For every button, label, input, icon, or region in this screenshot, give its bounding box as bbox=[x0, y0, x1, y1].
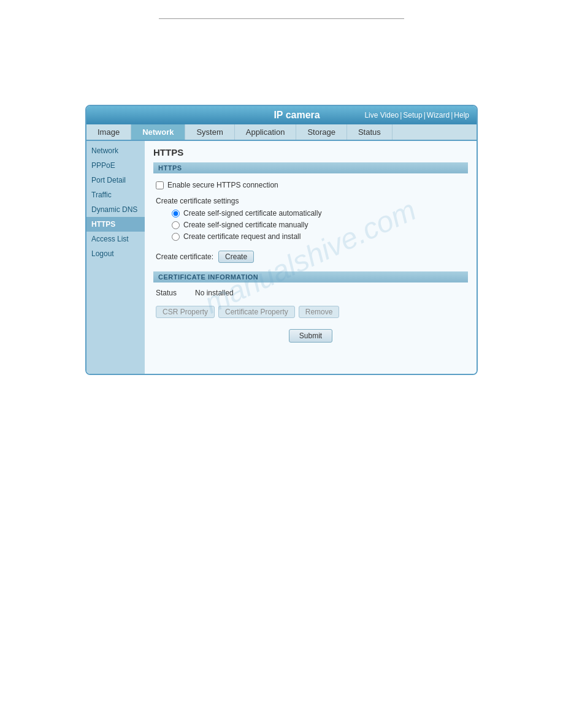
main-content: HTTPS HTTPS Enable secure HTTPS connecti… bbox=[145, 141, 477, 374]
nav-help[interactable]: Help bbox=[454, 111, 469, 119]
radio-row-manual: Create self-signed certificate manually bbox=[172, 221, 468, 229]
enable-https-row: Enable secure HTTPS connection bbox=[153, 177, 468, 193]
create-cert-label: Create certificate: bbox=[156, 252, 213, 261]
radio-label-request: Create certificate request and install bbox=[183, 232, 301, 241]
radio-label-manual: Create self-signed certificate manually bbox=[183, 221, 308, 229]
sidebar-item-port-detail[interactable]: Port Detail bbox=[86, 173, 145, 188]
sidebar-item-network[interactable]: Network bbox=[86, 143, 145, 158]
radio-cert-auto[interactable] bbox=[172, 210, 180, 218]
https-section-header: HTTPS bbox=[153, 162, 468, 173]
header-nav: Live Video Setup Wizard Help bbox=[364, 111, 469, 119]
certificate-property-button[interactable]: Certificate Property bbox=[218, 306, 295, 318]
tab-application[interactable]: Application bbox=[235, 124, 297, 140]
nav-wizard[interactable]: Wizard bbox=[427, 111, 454, 119]
remove-button[interactable]: Remove bbox=[299, 306, 340, 318]
tab-image[interactable]: Image bbox=[86, 124, 131, 140]
sidebar-item-logout[interactable]: Logout bbox=[86, 246, 145, 261]
camera-frame-wrapper: manualshive.com IP camera Live Video Set… bbox=[85, 105, 478, 375]
sidebar-item-pppoe[interactable]: PPPoE bbox=[86, 158, 145, 173]
cert-settings-label: Create certificate settings bbox=[153, 197, 468, 205]
radio-cert-manual[interactable] bbox=[172, 221, 180, 229]
sidebar-item-access-list[interactable]: Access List bbox=[86, 232, 145, 246]
radio-row-request: Create certificate request and install bbox=[172, 232, 468, 241]
cert-buttons-row: CSR Property Certificate Property Remove bbox=[153, 305, 468, 319]
tab-network[interactable]: Network bbox=[131, 124, 185, 140]
main-nav: Image Network System Application Storage… bbox=[86, 124, 477, 141]
header-bar: IP camera Live Video Setup Wizard Help bbox=[86, 106, 477, 124]
sidebar: Network PPPoE Port Detail Traffic Dynami… bbox=[86, 141, 145, 374]
page-title: HTTPS bbox=[153, 147, 468, 157]
content-area: Network PPPoE Port Detail Traffic Dynami… bbox=[86, 141, 477, 374]
sidebar-item-dynamic-dns[interactable]: Dynamic DNS bbox=[86, 202, 145, 217]
sidebar-item-https[interactable]: HTTPS bbox=[86, 217, 145, 232]
cert-info-header: CERTIFICATE INFORMATION bbox=[153, 271, 468, 282]
sidebar-item-traffic[interactable]: Traffic bbox=[86, 188, 145, 202]
top-line bbox=[159, 18, 404, 19]
camera-frame: IP camera Live Video Setup Wizard Help I… bbox=[85, 105, 478, 375]
create-button[interactable]: Create bbox=[218, 251, 254, 263]
tab-status[interactable]: Status bbox=[347, 124, 393, 140]
app-title: IP camera bbox=[229, 110, 365, 121]
cert-info-section: CERTIFICATE INFORMATION Status No instal… bbox=[153, 271, 468, 319]
radio-group: Create self-signed certificate automatic… bbox=[153, 209, 468, 241]
radio-cert-request[interactable] bbox=[172, 233, 180, 241]
page-wrapper: manualshive.com IP camera Live Video Set… bbox=[0, 0, 563, 375]
radio-label-auto: Create self-signed certificate automatic… bbox=[183, 209, 321, 218]
tab-storage[interactable]: Storage bbox=[296, 124, 347, 140]
enable-https-checkbox[interactable] bbox=[156, 181, 164, 189]
tab-system[interactable]: System bbox=[185, 124, 234, 140]
cert-status-value: No installed bbox=[195, 289, 234, 297]
create-cert-row: Create certificate: Create bbox=[153, 247, 468, 267]
enable-https-label: Enable secure HTTPS connection bbox=[167, 181, 278, 189]
csr-property-button[interactable]: CSR Property bbox=[156, 306, 215, 318]
nav-setup[interactable]: Setup bbox=[403, 111, 426, 119]
radio-row-auto: Create self-signed certificate automatic… bbox=[172, 209, 468, 218]
submit-row: Submit bbox=[153, 327, 468, 345]
submit-button[interactable]: Submit bbox=[289, 329, 332, 343]
nav-live-video[interactable]: Live Video bbox=[364, 111, 403, 119]
cert-status-row: Status No installed bbox=[153, 286, 468, 300]
cert-status-label: Status bbox=[156, 289, 177, 297]
